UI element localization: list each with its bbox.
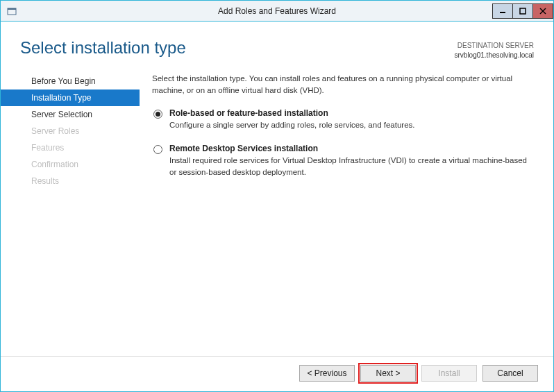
main-panel: Select the installation type. You can in… (140, 67, 553, 356)
wizard-window: Add Roles and Features Wizard Select ins… (0, 0, 554, 392)
option-text: Remote Desktop Services installation Ins… (169, 144, 534, 178)
sidebar-item-installation-type[interactable]: Installation Type (1, 90, 140, 106)
cancel-button[interactable]: Cancel (482, 365, 538, 382)
close-button[interactable] (532, 3, 553, 19)
sidebar-item-label: Results (31, 176, 59, 186)
next-button[interactable]: Next > (360, 365, 416, 382)
button-label: < Previous (307, 368, 346, 378)
option-desc: Install required role services for Virtu… (169, 155, 534, 178)
page-title: Select installation type (20, 38, 454, 58)
sidebar-item-features: Features (1, 139, 140, 156)
sidebar-item-label: Features (31, 143, 64, 153)
sidebar-item-label: Server Selection (31, 110, 92, 119)
button-label: Install (438, 368, 460, 378)
window-title: Add Roles and Features Wizard (1, 6, 553, 16)
option-title: Role-based or feature-based installation (169, 108, 534, 118)
destination-server-name: srvblog01.thesolving.local (454, 51, 534, 60)
content-area: Select installation type DESTINATION SER… (1, 22, 553, 391)
button-label: Next > (376, 368, 400, 378)
svg-rect-1 (8, 8, 16, 10)
window-controls (493, 3, 553, 19)
body: Before You Begin Installation Type Serve… (1, 67, 553, 356)
sidebar-item-label: Installation Type (31, 93, 92, 103)
svg-rect-3 (520, 8, 526, 14)
sidebar-item-before-you-begin[interactable]: Before You Begin (1, 73, 140, 90)
sidebar-item-confirmation: Confirmation (1, 156, 140, 173)
maximize-button[interactable] (512, 3, 533, 19)
sidebar-item-label: Server Roles (31, 126, 79, 136)
wizard-steps-sidebar: Before You Begin Installation Type Serve… (1, 67, 140, 356)
page-header: Select installation type DESTINATION SER… (1, 22, 553, 67)
sidebar-item-server-roles: Server Roles (1, 123, 140, 139)
destination-info: DESTINATION SERVER srvblog01.thesolving.… (454, 41, 534, 60)
intro-text: Select the installation type. You can in… (152, 73, 534, 96)
minimize-button[interactable] (492, 3, 513, 19)
destination-label: DESTINATION SERVER (454, 41, 534, 51)
sidebar-item-label: Before You Begin (31, 76, 96, 86)
wizard-footer: < Previous Next > Install Cancel (1, 356, 553, 391)
sidebar-item-results: Results (1, 173, 140, 189)
option-title: Remote Desktop Services installation (169, 144, 534, 153)
sidebar-item-server-selection[interactable]: Server Selection (1, 106, 140, 123)
option-desc: Configure a single server by adding role… (169, 119, 534, 131)
install-button: Install (421, 365, 477, 382)
option-text: Role-based or feature-based installation… (169, 108, 534, 131)
radio-icon[interactable] (153, 145, 162, 154)
radio-icon[interactable] (153, 110, 162, 119)
button-label: Cancel (497, 368, 523, 378)
previous-button[interactable]: < Previous (299, 365, 355, 382)
titlebar[interactable]: Add Roles and Features Wizard (1, 1, 553, 22)
sidebar-item-label: Confirmation (31, 160, 78, 169)
option-role-based[interactable]: Role-based or feature-based installation… (152, 108, 534, 131)
app-icon (6, 6, 17, 17)
option-remote-desktop[interactable]: Remote Desktop Services installation Ins… (152, 144, 534, 178)
radio-dot-icon (156, 112, 160, 117)
